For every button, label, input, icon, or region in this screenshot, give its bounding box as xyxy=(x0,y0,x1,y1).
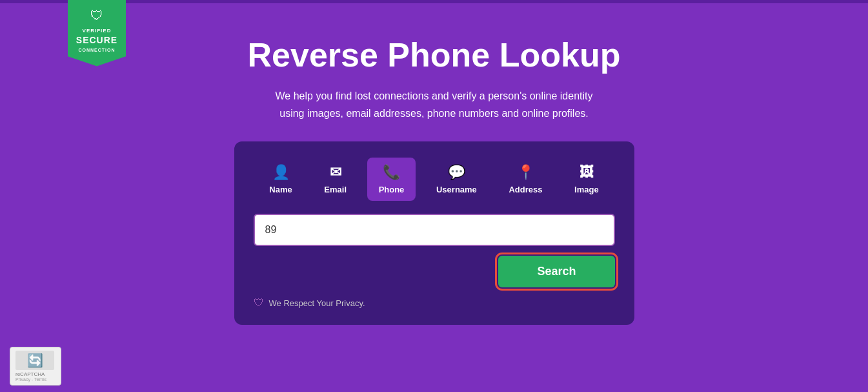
recaptcha-image: 🔄 xyxy=(15,351,54,370)
tab-email-label: Email xyxy=(324,185,347,194)
tab-username-label: Username xyxy=(436,185,477,194)
search-input-wrapper xyxy=(254,214,615,246)
recaptcha-links: Privacy - Terms xyxy=(15,377,56,382)
tab-image[interactable]: 🖼 Image xyxy=(563,158,611,201)
privacy-text: We Respect Your Privacy. xyxy=(269,298,365,308)
privacy-shield-icon: 🛡 xyxy=(254,297,264,309)
privacy-note: 🛡 We Respect Your Privacy. xyxy=(254,297,615,309)
tab-email[interactable]: ✉ Email xyxy=(312,158,358,201)
recaptcha-label: reCAPTCHA xyxy=(15,371,56,377)
search-button-wrapper: Search xyxy=(254,256,615,287)
shield-icon: 🛡 xyxy=(76,6,118,25)
person-icon: 👤 xyxy=(272,164,290,181)
image-icon: 🖼 xyxy=(580,164,594,181)
tab-name-label: Name xyxy=(269,185,292,194)
page-subtitle: We help you find lost connections and ve… xyxy=(273,87,596,122)
tab-address-label: Address xyxy=(509,185,542,194)
badge-secure-text: SECURE xyxy=(76,34,118,47)
verified-badge: 🛡 VERIFIED SECURE CONNECTION xyxy=(68,0,126,67)
phone-icon: 📞 xyxy=(383,164,400,181)
recaptcha-widget: 🔄 reCAPTCHA Privacy - Terms xyxy=(10,347,61,386)
tab-address[interactable]: 📍 Address xyxy=(497,158,554,201)
badge-connection-text: CONNECTION xyxy=(76,47,118,54)
search-button[interactable]: Search xyxy=(498,256,614,287)
chat-icon: 💬 xyxy=(448,164,465,181)
phone-search-input[interactable] xyxy=(254,214,615,246)
tab-phone[interactable]: 📞 Phone xyxy=(367,158,416,201)
tab-name[interactable]: 👤 Name xyxy=(257,158,303,201)
email-icon: ✉ xyxy=(330,164,341,181)
tab-image-label: Image xyxy=(574,185,599,194)
search-tabs: 👤 Name ✉ Email 📞 Phone 💬 Username 📍 Addr… xyxy=(254,158,615,201)
badge-verified-text: VERIFIED xyxy=(76,27,118,34)
tab-phone-label: Phone xyxy=(379,185,405,194)
main-content: Reverse Phone Lookup We help you find lo… xyxy=(0,3,868,325)
search-card: 👤 Name ✉ Email 📞 Phone 💬 Username 📍 Addr… xyxy=(234,141,634,325)
location-icon: 📍 xyxy=(517,164,534,181)
page-title: Reverse Phone Lookup xyxy=(248,36,621,74)
tab-username[interactable]: 💬 Username xyxy=(425,158,489,201)
